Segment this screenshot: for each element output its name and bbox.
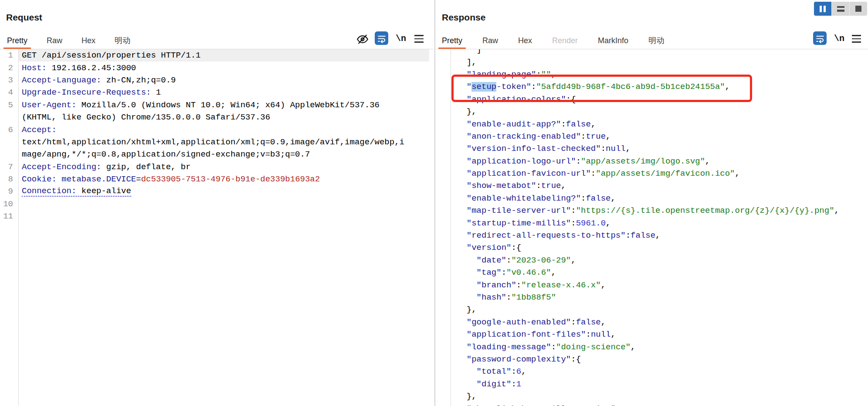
newline-label: \n [834, 34, 844, 44]
tab-明动[interactable]: 明动 [648, 32, 664, 49]
code-line: 7Accept-Encoding: gzip, deflate, br [0, 161, 434, 173]
code-line: }, [436, 390, 868, 403]
line-text: (KHTML, like Gecko) Chrome/135.0.0.0 Saf… [19, 111, 429, 123]
word-wrap-icon[interactable] [375, 31, 388, 45]
newline-icon[interactable]: \n [393, 32, 408, 44]
response-editor: ] ], "landing-page":"", "setup-token":"5… [436, 49, 868, 406]
code-line: (KHTML, like Gecko) Chrome/135.0.0.0 Saf… [0, 111, 434, 123]
rows-layout-button[interactable] [832, 2, 850, 16]
request-panel-title: Request [6, 12, 42, 23]
line-text: "redirect-all-requests-to-https":false, [451, 229, 868, 242]
line-text: "application-favicon-url":"app/assets/im… [451, 167, 868, 180]
code-line: "startup-time-millis":5961.0, [436, 217, 868, 229]
tab-pretty[interactable]: Pretty [442, 32, 462, 49]
eye-slash-icon[interactable] [356, 32, 370, 46]
menu-icon[interactable] [851, 34, 862, 44]
line-number: 6 [0, 125, 19, 135]
code-line: "branch":"release-x.46.x", [436, 279, 868, 291]
line-text: }, [451, 106, 868, 118]
code-line: mage/apng,*/*;q=0.8,application/signed-e… [0, 148, 434, 160]
rows-icon [837, 6, 844, 12]
line-text: "enable-whitelabeling?":false, [451, 192, 868, 205]
code-line: ], [436, 56, 868, 68]
line-text: "tag":"v0.46.6", [451, 266, 868, 279]
line-text: User-Agent: Mozilla/5.0 (Windows NT 10.0… [19, 99, 429, 111]
code-line: "enable-audit-app?":false, [436, 118, 868, 130]
line-text: Host: 192.168.2.45:3000 [19, 61, 429, 74]
line-text: "google-auth-enabled":false, [451, 316, 868, 328]
line-text: "branch":"release-x.46.x", [451, 279, 868, 291]
line-text: "version-info-last-checked":null, [451, 143, 868, 155]
line-number: 3 [0, 75, 19, 85]
pause-columns-icon [820, 6, 826, 12]
newline-label: \n [396, 34, 406, 44]
menu-icon[interactable] [413, 34, 424, 44]
code-line: 6Accept: [0, 123, 434, 136]
code-line: 9Connection: keep-alive [0, 185, 434, 198]
code-line: "google-auth-enabled":false, [436, 316, 868, 328]
code-line: "application-colors":{ [436, 93, 868, 106]
code-line: "password-complexity":{ [436, 353, 868, 365]
line-text: "application-font-files":null, [451, 328, 868, 341]
code-line: "application-logo-url":"app/assets/img/l… [436, 155, 868, 167]
tab-hex[interactable]: Hex [518, 32, 532, 49]
line-text: "loading-message":"doing-science", [451, 341, 868, 353]
line-text: "date":"2023-06-29", [451, 254, 868, 266]
line-number: 1 [0, 51, 19, 60]
tab-markinfo[interactable]: MarkInfo [598, 32, 628, 49]
code-line: 3Accept-Language: zh-CN,zh;q=0.9 [0, 74, 434, 86]
tab-hex[interactable]: Hex [81, 32, 95, 49]
line-text: "digit":1 [451, 378, 868, 390]
line-number: 7 [0, 162, 19, 172]
line-text: }, [451, 390, 868, 403]
line-text: "anon-tracking-enabled":true, [451, 130, 868, 143]
line-text: "version":{ [451, 242, 868, 254]
tab-pretty[interactable]: Pretty [7, 32, 27, 49]
selected-text: setup [471, 82, 496, 92]
tab-明动[interactable]: 明动 [115, 32, 130, 49]
line-number: 5 [0, 100, 19, 110]
line-text: "show-lighthouse-illustration" [451, 403, 868, 406]
word-wrap-glyph [815, 34, 825, 43]
code-line: 2Host: 192.168.2.45:3000 [0, 61, 434, 74]
line-text: Accept: [19, 123, 429, 136]
line-text: "application-colors":{ [451, 93, 868, 106]
code-line: "application-font-files":null, [436, 328, 868, 341]
newline-icon[interactable]: \n [832, 32, 847, 44]
line-text: ] [451, 49, 868, 56]
hamburger-glyph [414, 35, 424, 43]
code-line: "anon-tracking-enabled":true, [436, 130, 868, 143]
panel-divider[interactable] [434, 0, 435, 406]
response-panel-title: Response [442, 12, 485, 23]
line-text: Upgrade-Insecure-Requests: 1 [19, 86, 429, 99]
line-text: "total":6, [451, 365, 868, 378]
line-number: 4 [0, 88, 19, 97]
single-layout-button[interactable] [850, 2, 867, 16]
line-text: GET /api/session/properties HTTP/1.1 [19, 49, 429, 61]
eye-slash-glyph [356, 33, 369, 46]
line-number: 9 [0, 187, 19, 196]
line-text: "enable-audit-app?":false, [451, 118, 868, 130]
tab-raw[interactable]: Raw [482, 32, 498, 49]
word-wrap-icon[interactable] [813, 31, 827, 45]
tab-raw[interactable]: Raw [47, 32, 62, 49]
response-tabbar: PrettyRawHexRenderMarkInfo明动 [442, 32, 664, 49]
columns-layout-button[interactable] [814, 2, 832, 16]
request-tabbar: PrettyRawHex明动 [7, 32, 130, 49]
code-line: "total":6, [436, 365, 868, 378]
code-line: 8Cookie: metabase.DEVICE=dc533905-7513-4… [0, 173, 434, 185]
line-text: }, [451, 304, 868, 316]
request-editor: 1GET /api/session/properties HTTP/1.12Ho… [0, 49, 434, 406]
code-line: 4Upgrade-Insecure-Requests: 1 [0, 86, 434, 99]
line-number: 10 [0, 199, 19, 209]
line-text: "landing-page":"", [451, 68, 868, 81]
line-number: 2 [0, 63, 19, 73]
line-text: "setup-token":"5afdd49b-968f-4bc6-ab9d-5… [451, 81, 868, 93]
code-line: 1GET /api/session/properties HTTP/1.1 [0, 49, 434, 61]
line-text: Connection: keep-alive [19, 185, 429, 198]
code-line: "version-info-last-checked":null, [436, 143, 868, 155]
line-text [19, 210, 429, 222]
word-wrap-glyph [377, 34, 387, 43]
line-text: mage/apng,*/*;q=0.8,application/signed-e… [19, 148, 429, 160]
hamburger-glyph [852, 35, 861, 43]
